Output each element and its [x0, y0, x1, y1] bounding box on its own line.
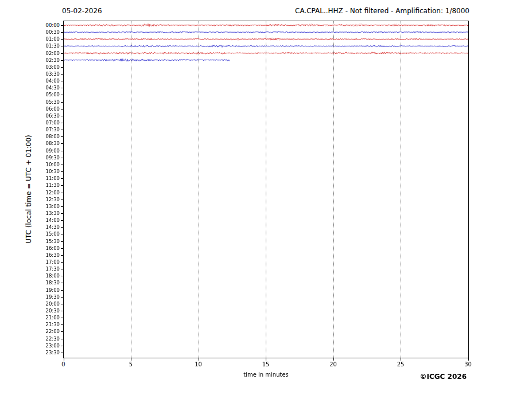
y-tick-mark: [61, 123, 63, 123]
y-tick-mark: [61, 331, 63, 332]
y-tick-label: 13:00: [23, 204, 60, 209]
y-tick-label: 19:30: [23, 294, 60, 300]
y-tick-mark: [61, 213, 63, 214]
y-tick-label: 06:00: [23, 106, 60, 112]
y-tick-label: 14:00: [23, 217, 60, 223]
station-title: CA.CPAL..HHZ - Not filtered - Amplificat…: [295, 7, 469, 15]
y-tick-mark: [61, 67, 63, 68]
y-tick-mark: [61, 339, 63, 339]
y-tick-mark: [61, 227, 63, 228]
x-tick-mark: [333, 358, 334, 361]
y-tick-mark: [61, 158, 63, 158]
y-tick-mark: [61, 248, 63, 249]
y-tick-label: 13:30: [23, 210, 60, 216]
helicorder-figure: 05-02-2026 CA.CPAL..HHZ - Not filtered -…: [0, 0, 532, 399]
y-tick-label: 11:00: [23, 175, 60, 181]
x-tick-mark: [199, 358, 199, 361]
y-tick-label: 16:30: [23, 252, 60, 258]
x-tick-mark: [64, 358, 64, 361]
y-tick-mark: [61, 171, 63, 172]
y-tick-mark: [61, 318, 63, 318]
y-tick-mark: [61, 262, 63, 263]
y-tick-label: 15:00: [23, 231, 60, 237]
y-tick-mark: [61, 206, 63, 207]
y-tick-label: 11:30: [23, 182, 60, 188]
y-tick-label: 06:30: [23, 113, 60, 119]
y-tick-label: 10:30: [23, 169, 60, 174]
y-tick-label: 12:00: [23, 190, 60, 195]
y-tick-label: 17:30: [23, 266, 60, 272]
x-tick-label: 15: [254, 361, 277, 367]
y-tick-mark: [61, 116, 63, 116]
x-tick-label: 25: [389, 361, 412, 367]
y-tick-label: 08:00: [23, 134, 60, 139]
y-tick-label: 22:00: [23, 328, 60, 334]
y-tick-label: 08:30: [23, 140, 60, 146]
y-tick-label: 02:30: [23, 57, 60, 63]
y-tick-label: 14:30: [23, 224, 60, 230]
y-tick-label: 12:30: [23, 197, 60, 202]
y-tick-mark: [61, 234, 63, 234]
x-axis-label: time in minutes: [63, 371, 469, 378]
y-tick-mark: [61, 178, 63, 179]
y-tick-mark: [61, 143, 63, 144]
y-tick-label: 01:30: [23, 43, 60, 49]
x-tick-mark: [266, 358, 266, 361]
y-tick-label: 09:00: [23, 148, 60, 154]
y-tick-label: 03:30: [23, 71, 60, 77]
y-tick-label: 18:30: [23, 280, 60, 285]
y-tick-label: 23:30: [23, 350, 60, 355]
y-tick-label: 22:30: [23, 336, 60, 342]
y-tick-mark: [61, 200, 63, 200]
y-tick-mark: [61, 130, 63, 130]
y-tick-label: 01:00: [23, 36, 60, 42]
y-tick-label: 04:30: [23, 85, 60, 91]
y-tick-mark: [61, 46, 63, 46]
plot-area: [63, 21, 469, 358]
y-tick-mark: [61, 185, 63, 186]
y-tick-label: 20:30: [23, 308, 60, 314]
y-tick-mark: [61, 32, 63, 33]
y-tick-label: 05:30: [23, 99, 60, 105]
y-tick-mark: [61, 95, 63, 95]
y-tick-label: 09:30: [23, 155, 60, 161]
y-tick-mark: [61, 283, 63, 283]
y-tick-mark: [61, 304, 63, 304]
y-tick-mark: [61, 102, 63, 103]
y-tick-mark: [61, 165, 63, 165]
y-tick-label: 00:00: [23, 22, 60, 28]
y-tick-mark: [61, 220, 63, 221]
y-tick-label: 16:00: [23, 245, 60, 251]
y-tick-mark: [61, 353, 63, 353]
y-tick-mark: [61, 193, 63, 193]
x-tick-label: 5: [119, 361, 142, 367]
y-tick-mark: [61, 297, 63, 298]
x-tick-label: 20: [322, 361, 345, 367]
y-tick-label: 10:00: [23, 162, 60, 167]
y-tick-mark: [61, 53, 63, 54]
x-tick-label: 0: [52, 361, 75, 367]
y-tick-mark: [61, 290, 63, 291]
x-tick-mark: [131, 358, 131, 361]
x-tick-mark: [468, 358, 469, 361]
y-tick-mark: [61, 276, 63, 276]
y-tick-label: 21:30: [23, 322, 60, 327]
y-tick-mark: [61, 269, 63, 269]
y-tick-mark: [61, 311, 63, 311]
y-tick-mark: [61, 25, 63, 26]
x-tick-label: 10: [187, 361, 210, 367]
copyright-text: ©ICGC 2026: [420, 373, 467, 381]
y-tick-label: 00:30: [23, 29, 60, 35]
y-tick-label: 17:00: [23, 259, 60, 265]
y-tick-mark: [61, 74, 63, 75]
y-tick-label: 23:00: [23, 343, 60, 349]
y-tick-mark: [61, 136, 63, 137]
y-tick-label: 05:00: [23, 92, 60, 97]
x-tick-mark: [401, 358, 401, 361]
y-tick-mark: [61, 346, 63, 346]
date-title: 05-02-2026: [62, 7, 102, 15]
y-tick-label: 04:00: [23, 78, 60, 84]
y-tick-mark: [61, 241, 63, 242]
y-tick-mark: [61, 60, 63, 61]
y-tick-mark: [61, 255, 63, 256]
